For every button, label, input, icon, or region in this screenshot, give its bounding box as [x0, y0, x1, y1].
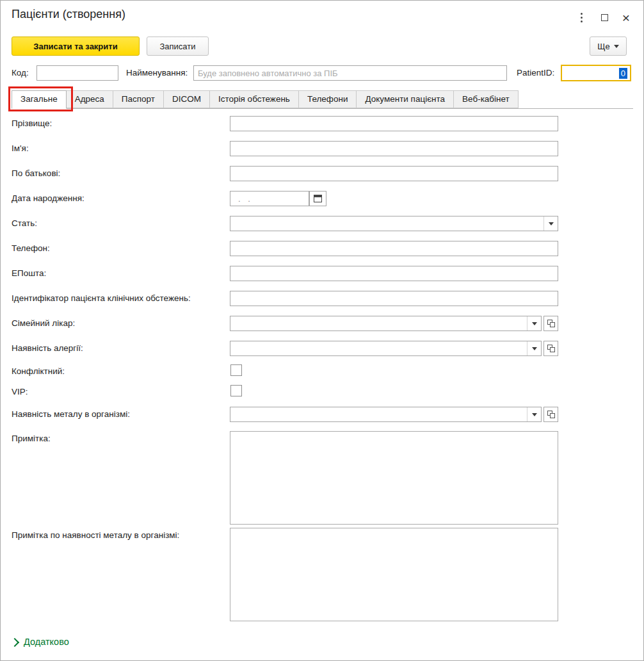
allergy-label: Наявність алергії:	[12, 343, 83, 353]
save-button[interactable]: Записати	[147, 37, 209, 56]
save-and-close-label: Записати та закрити	[33, 42, 117, 51]
more-label: Ще	[597, 42, 609, 51]
chevron-down-icon	[532, 413, 537, 416]
additional-label: Додатково	[24, 637, 69, 647]
chevron-down-icon	[532, 347, 537, 350]
maximize-icon	[601, 14, 608, 21]
chevron-right-icon	[10, 637, 19, 646]
tab-address[interactable]: Адреса	[66, 90, 113, 108]
tab-patient-documents[interactable]: Документи пацієнта	[356, 90, 454, 108]
chevron-down-icon	[532, 322, 537, 325]
last-name-label: Прізвище:	[12, 118, 52, 128]
middle-name-label: По батькові:	[12, 168, 60, 178]
allergy-value	[230, 341, 527, 355]
gender-dropdown-button[interactable]	[543, 216, 558, 231]
email-input[interactable]	[230, 266, 558, 281]
name-label: Найменування:	[126, 68, 188, 78]
metal-choose-button[interactable]	[543, 407, 558, 422]
first-name-label: Ім'я:	[12, 143, 29, 153]
tab-general[interactable]: Загальне	[12, 90, 67, 109]
window-close-button[interactable]: ×	[616, 8, 636, 26]
last-name-input[interactable]	[230, 116, 558, 131]
name-input[interactable]	[193, 65, 507, 81]
gender-select[interactable]	[230, 216, 558, 231]
additional-section-toggle[interactable]: Додатково	[12, 637, 69, 647]
chevron-down-icon	[614, 45, 619, 48]
patient-id-input[interactable]: 0	[561, 65, 631, 81]
gender-label: Стать:	[12, 218, 37, 228]
open-list-icon	[547, 345, 555, 352]
family-doctor-dropdown-button[interactable]	[527, 316, 541, 330]
birth-date-calendar-button[interactable]	[309, 191, 326, 206]
birth-date-input[interactable]: . .	[230, 191, 309, 206]
patient-id-label: PatientID:	[517, 68, 554, 78]
family-doctor-select[interactable]	[230, 316, 542, 331]
more-button[interactable]: Ще	[590, 37, 627, 56]
metal-label: Наявність металу в організмі:	[12, 409, 130, 419]
tab-exam-history[interactable]: Історія обстежень	[209, 90, 299, 108]
vip-checkbox[interactable]	[230, 385, 242, 396]
kebab-menu-icon	[581, 13, 583, 22]
allergy-dropdown-button[interactable]	[527, 341, 541, 355]
middle-name-input[interactable]	[230, 166, 558, 181]
open-list-icon	[547, 320, 555, 327]
tab-bar: Загальне Адреса Паспорт DICOM Історія об…	[12, 90, 633, 109]
window-menu-button[interactable]	[572, 8, 591, 26]
chevron-down-icon	[549, 222, 554, 225]
window-title: Пацієнти (створення)	[12, 8, 125, 21]
clinical-trial-id-input[interactable]	[230, 291, 558, 306]
conflict-label: Конфліктний:	[12, 366, 65, 376]
tab-phones[interactable]: Телефони	[298, 90, 357, 108]
patient-form-window: Пацієнти (створення) × Записати та закри…	[0, 0, 644, 661]
metal-value	[230, 407, 527, 421]
code-label: Код:	[12, 68, 29, 78]
metal-note-textarea[interactable]	[230, 528, 558, 621]
window-maximize-button[interactable]	[595, 8, 614, 26]
email-label: ЕПошта:	[12, 268, 46, 278]
tab-dicom[interactable]: DICOM	[163, 90, 210, 108]
calendar-icon	[314, 195, 322, 202]
metal-dropdown-button[interactable]	[527, 407, 541, 421]
allergy-choose-button[interactable]	[543, 341, 558, 356]
open-list-icon	[547, 411, 555, 418]
phone-label: Телефон:	[12, 243, 50, 253]
tab-web-cabinet[interactable]: Веб-кабінет	[453, 90, 519, 108]
birth-date-placeholder: . .	[230, 192, 253, 206]
family-doctor-label: Сімейний лікар:	[12, 318, 75, 328]
first-name-input[interactable]	[230, 141, 558, 156]
family-doctor-choose-button[interactable]	[543, 316, 558, 331]
phone-input[interactable]	[230, 241, 558, 256]
patient-id-value: 0	[619, 68, 627, 79]
close-icon: ×	[622, 11, 630, 24]
clinical-trial-id-label: Ідентифікатор пацієнта клінічних обстеже…	[12, 293, 191, 303]
gender-value	[230, 216, 543, 231]
family-doctor-value	[230, 316, 527, 330]
note-label: Примітка:	[12, 434, 51, 443]
tab-passport[interactable]: Паспорт	[113, 90, 164, 108]
conflict-checkbox[interactable]	[230, 364, 242, 376]
birth-date-label: Дата народження:	[12, 193, 85, 203]
save-label: Записати	[159, 42, 195, 51]
allergy-select[interactable]	[230, 341, 542, 356]
note-textarea[interactable]	[230, 431, 558, 525]
metal-select[interactable]	[230, 407, 542, 422]
code-input[interactable]	[36, 65, 118, 81]
save-and-close-button[interactable]: Записати та закрити	[12, 37, 140, 56]
metal-note-label: Примітка по наявності металу в організмі…	[12, 530, 179, 540]
vip-label: VIP:	[12, 387, 28, 396]
